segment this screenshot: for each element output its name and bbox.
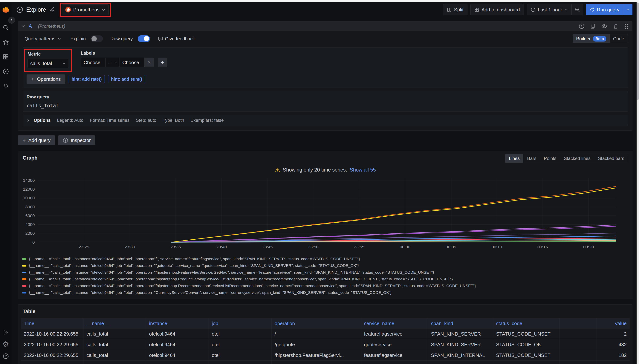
inspector-button[interactable]: Inspector [58, 136, 95, 145]
settings-gear-icon[interactable]: ⚙ [0, 338, 12, 350]
graph-mode-lines[interactable]: Lines [505, 154, 524, 163]
raw-query-value: calls_total [26, 103, 624, 108]
secondary-actions: + Add query Inspector [18, 136, 632, 145]
graph-mode-stacked-lines[interactable]: Stacked lines [560, 154, 594, 163]
option-summary: Type: Both [163, 118, 184, 123]
scrollbar-thumb[interactable] [637, 2, 639, 100]
table-cell: quoteservice [361, 339, 428, 350]
give-feedback-button[interactable]: Give feedback [158, 36, 195, 42]
show-all-series-link[interactable]: Show all 55 [350, 167, 376, 173]
legend-item[interactable]: {__name__="calls_total", instance="otelc… [22, 276, 628, 282]
help-icon[interactable]: ? [0, 350, 12, 362]
sidebar-expand-button[interactable] [8, 17, 15, 24]
graph-mode-bars[interactable]: Bars [524, 154, 540, 163]
column-header-span_kind[interactable]: span_kind [428, 318, 493, 329]
duplicate-query-icon[interactable] [590, 24, 596, 29]
option-summary: Exemplars: false [190, 118, 224, 123]
label-value-select[interactable]: Choose [120, 58, 144, 67]
column-header-Value[interactable]: Value [597, 318, 630, 329]
legend-item[interactable]: {__name__="calls_total", instance="otelc… [22, 262, 628, 269]
collapse-chevron-icon[interactable] [22, 24, 25, 28]
series-label: {__name__="calls_total", instance="otelc… [29, 277, 453, 281]
table-panel: Table Time__name__instancejoboperationse… [18, 304, 632, 364]
query-row-header[interactable]: A (Prometheus) ? [18, 22, 632, 31]
datasource-highlight-box: Prometheus [60, 2, 111, 17]
label-key-select[interactable]: Choose [81, 58, 106, 67]
share-icon[interactable] [49, 7, 55, 12]
zoom-out-button[interactable] [572, 4, 583, 15]
graph-mode-stacked-bars[interactable]: Stacked bars [594, 154, 628, 163]
series-color-swatch [22, 292, 26, 294]
table-row: 2022-10-16 00:22:29.655calls_totalotelco… [21, 350, 630, 361]
legend-item[interactable]: {__name__="calls_total", instance="otelc… [22, 296, 628, 297]
column-header-instance[interactable]: instance [146, 318, 209, 329]
plus-icon: + [22, 137, 26, 144]
table-cell: 2 [597, 329, 630, 339]
starred-icon[interactable] [0, 36, 12, 48]
query-help-icon[interactable]: ? [579, 24, 584, 29]
remove-label-filter-button[interactable]: × [144, 58, 154, 67]
y-axis-tick: 6000 [26, 214, 35, 218]
timeseries-chart[interactable]: 0200040006000800010000120001400023:2523:… [22, 174, 628, 255]
hint-add-sum-button[interactable]: hint: add sum() [108, 75, 145, 83]
dashboards-icon[interactable] [0, 51, 12, 63]
y-axis-tick: 4000 [26, 222, 35, 227]
x-axis-tick: 00:10 [492, 245, 502, 249]
column-header-operation[interactable]: operation [272, 318, 361, 329]
series-label: {__name__="calls_total", instance="otelc… [29, 257, 360, 261]
legend-item[interactable]: {__name__="calls_total", instance="otelc… [22, 289, 628, 296]
query-editor-panel: A (Prometheus) ? Query patterns [18, 21, 632, 130]
sign-in-icon[interactable] [0, 326, 12, 338]
hint-add-rate-button[interactable]: hint: add rate() [69, 75, 105, 83]
explore-nav-icon[interactable] [0, 66, 12, 78]
table-cell: /hipstershop.ProductCatalogS... [272, 361, 361, 364]
code-tab[interactable]: Code [610, 34, 628, 43]
labels-label: Labels [81, 50, 167, 56]
column-header-service_name[interactable]: service_name [361, 318, 428, 329]
delete-query-icon[interactable] [613, 24, 618, 29]
split-button[interactable]: Split [443, 4, 468, 15]
query-patterns-button[interactable]: Query patterns [23, 34, 63, 43]
search-icon[interactable] [0, 22, 12, 34]
table-cell: otelcol:9464 [146, 339, 209, 350]
builder-tab[interactable]: Builder Beta [573, 34, 610, 43]
grafana-logo[interactable] [0, 2, 12, 16]
query-options-row[interactable]: Options Legend: Auto Format: Time series… [23, 115, 628, 126]
column-header-__name__[interactable]: __name__ [84, 318, 146, 329]
labels-group: Labels Choose = [81, 50, 167, 67]
table-cell: featureflagservice [361, 329, 428, 339]
series-label: {__name__="calls_total", instance="otelc… [29, 290, 392, 295]
comment-icon [158, 36, 163, 41]
table-cell: 432 [597, 339, 630, 350]
y-axis-tick: 2000 [26, 231, 35, 236]
time-range-picker[interactable]: Last 1 hour [527, 4, 572, 15]
run-query-button[interactable]: Run query [586, 4, 632, 15]
raw-query-toggle[interactable] [138, 35, 150, 42]
table-cell: otelcol:9464 [146, 350, 209, 360]
zoom-out-icon [575, 7, 580, 12]
column-header-Time[interactable]: Time [21, 318, 84, 329]
legend-item[interactable]: {__name__="calls_total", instance="otelc… [22, 269, 628, 276]
metric-select[interactable]: calls_total [28, 59, 68, 68]
option-summary: Step: auto [136, 118, 156, 123]
legend-item[interactable]: {__name__="calls_total", instance="otelc… [22, 282, 628, 289]
add-query-button[interactable]: + Add query [18, 136, 55, 145]
table-cell: STATUS_CODE_UNSET [493, 350, 560, 360]
hide-response-eye-icon[interactable] [601, 23, 607, 29]
drag-handle-icon[interactable] [624, 24, 629, 29]
raw-query-title: Raw query [26, 94, 624, 100]
explain-toggle[interactable] [90, 35, 103, 42]
datasource-picker[interactable]: Prometheus [62, 4, 109, 15]
label-operator-select[interactable]: = [106, 58, 120, 67]
add-to-dashboard-button[interactable]: Add to dashboard [470, 4, 524, 15]
explore-icon [16, 6, 23, 13]
graph-mode-points[interactable]: Points [540, 154, 560, 163]
run-query-dropdown[interactable] [623, 4, 632, 15]
column-header-status_code[interactable]: status_code [493, 318, 560, 329]
column-header-job[interactable]: job [209, 318, 272, 329]
alerting-icon[interactable] [0, 80, 12, 92]
legend-item[interactable]: {__name__="calls_total", instance="otelc… [22, 256, 628, 262]
page-scrollbar[interactable] [636, 2, 639, 364]
add-label-filter-button[interactable]: + [158, 58, 167, 67]
operations-button[interactable]: + Operations [26, 74, 65, 84]
